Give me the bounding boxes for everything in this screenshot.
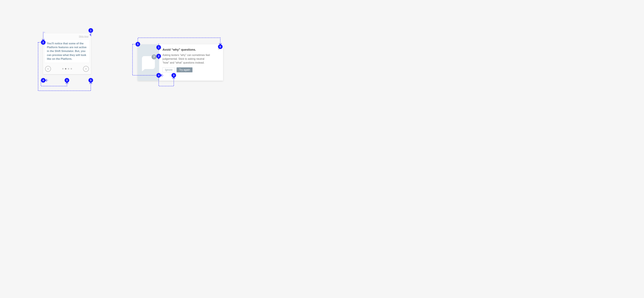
annotation-badge-tour-2: 2 [41,40,46,45]
arrow-right-icon [85,68,87,70]
annotation-badge-tip-2: 2 [156,54,161,58]
arrow-left-icon [47,68,49,70]
question-mark-icon: ? [152,54,156,59]
tour-card: Skip tour You'll notice that some of the… [43,33,91,74]
annotation-badge-tour-5: 5 [88,78,93,83]
tour-pagination-dots [62,68,72,69]
annotation-badge-tour-1: 1 [88,28,93,33]
annotation-badge-tip-5: 5 [136,42,140,46]
annotation-badge-tip-4: 4 [156,73,161,78]
tour-body-text: You'll notice that some of the Platform … [44,39,90,63]
tour-dot[interactable] [62,68,64,69]
skip-tour-link[interactable]: Skip tour [79,35,88,38]
tour-dot[interactable] [70,68,72,69]
annotation-badge-tip-3: 3 [172,73,176,78]
tip-button-row: Ignore Try again [162,67,220,72]
tip-card: ? Avoid “why” questions. Asking texters … [138,44,223,81]
tour-next-button[interactable] [83,66,89,72]
tour-prev-button[interactable] [45,66,51,72]
annotation-badge-tour-3: 3 [64,78,69,83]
tour-header: Skip tour [43,33,91,38]
ignore-button[interactable]: Ignore [162,67,175,72]
try-again-button[interactable]: Try again [176,67,192,72]
annotation-badge-tour-4: 4 [41,78,46,83]
tip-title: Avoid “why” questions. [162,48,220,51]
tip-body: Avoid “why” questions. Asking texters “w… [159,44,223,81]
annotation-badge-tip-6: 6 [218,44,222,49]
tour-footer [43,64,91,74]
tip-body-text: Asking texters “why” can sometimes feel … [162,53,210,65]
tour-dot[interactable] [65,68,66,69]
speech-bubble-icon: ? [142,56,155,69]
tour-dot[interactable] [68,68,69,69]
tip-icon-panel: ? [138,44,159,81]
annotation-badge-tip-1: 1 [156,45,161,50]
